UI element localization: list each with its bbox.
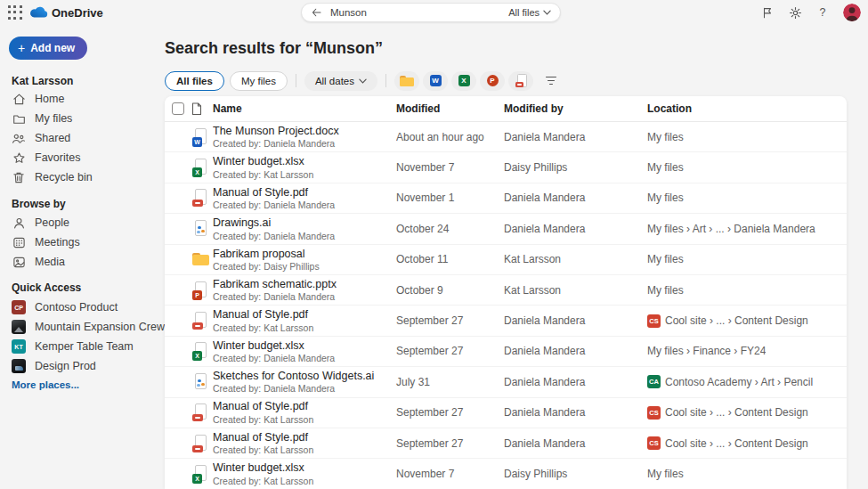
search-input[interactable]: Munson [330,7,508,18]
file-name[interactable]: Manual of Style.pdf [213,431,396,444]
table-row[interactable]: X Winter budget.xlsx Created by: Kat Lar… [165,459,847,489]
flag-icon[interactable] [760,5,775,20]
file-created-by: Created by: Daniela Mandera [213,200,396,210]
sidebar-item-home[interactable]: Home [0,89,165,109]
app-launcher-waffle-icon[interactable] [8,5,22,20]
table-row[interactable]: Fabrikam proposal Created by: Daisy Phil… [165,245,847,275]
quick-access-item-mountain-expansion-crew[interactable]: Mountain Expansion Crew [0,317,165,337]
location-text: My files [647,192,684,204]
table-row[interactable]: Manual of Style.pdf Created by: Daniela … [165,183,847,214]
pdf-filter-chip[interactable] [508,71,533,91]
sidebar-item-people[interactable]: People [0,213,165,232]
folder-filter-chip[interactable] [394,71,419,91]
excel-file-icon: X [191,464,211,484]
table-row[interactable]: Sketches for Contoso Widgets.ai Created … [165,367,847,397]
file-created-by: Created by: Daniela Mandera [213,353,396,363]
location-cell[interactable]: My files [647,468,840,480]
file-name[interactable]: Winter budget.xlsx [213,461,396,474]
file-name[interactable]: Winter budget.xlsx [213,339,396,352]
table-row[interactable]: X Winter budget.xlsx Created by: Daniela… [165,337,847,367]
all-dates-label: All dates [315,76,354,86]
back-arrow-icon[interactable] [311,7,322,18]
modified-cell: September 27 [396,345,504,357]
file-name[interactable]: The Munson Project.docx [213,125,396,137]
table-row[interactable]: X Winter budget.xlsx Created by: Kat Lar… [165,152,847,183]
column-header-location[interactable]: Location [647,102,840,115]
column-header-name[interactable]: Name [213,102,396,115]
file-name[interactable]: Manual of Style.pdf [213,308,396,321]
sidebar-item-my-files[interactable]: My files [0,109,165,128]
location-cell[interactable]: CA Contoso Academy › Art › Pencil [647,375,840,388]
modified-cell: September 27 [396,437,504,450]
filter-pill-my-files[interactable]: My files [230,71,288,91]
sidebar-user-name: Kat Larsson [12,75,73,87]
filter-pill-all-files[interactable]: All files [165,71,224,91]
file-created-by: Created by: Kat Larsson [213,169,396,180]
excel-filter-chip[interactable]: X [451,71,476,91]
divider [385,74,386,87]
location-cell[interactable]: CS Cool site › ... › Content Design [647,436,840,450]
sidebar-item-shared[interactable]: Shared [0,128,165,148]
file-created-by: Created by: Daniela Mandera [213,231,396,241]
location-cell[interactable]: My files [647,161,840,174]
sidebar-item-label: People [35,216,69,229]
location-cell[interactable]: CS Cool site › ... › Content Design [647,314,840,328]
file-type-column-icon[interactable] [191,102,213,116]
settings-gear-icon[interactable] [788,5,802,20]
modified-cell: September 27 [396,406,504,419]
help-icon[interactable]: ? [815,5,830,20]
file-name[interactable]: Manual of Style.pdf [213,186,396,199]
filter-funnel-icon[interactable] [544,74,558,88]
location-cell[interactable]: My files [647,131,840,143]
quick-access-item-contoso-product[interactable]: CPContoso Product [0,297,165,317]
folder-icon [12,111,26,126]
location-cell[interactable]: My files › Art › ... › Daniela Mandera [647,223,840,235]
table-row[interactable]: Manual of Style.pdf Created by: Kat Lars… [165,306,847,336]
file-created-by: Created by: Kat Larsson [213,322,396,333]
table-header-row: Name Modified Modified by Location [165,96,847,122]
quick-access-item-kemper-table-team[interactable]: KTKemper Table Team [0,337,165,356]
site-badge: CA [647,375,661,388]
table-row[interactable]: W The Munson Project.docx Created by: Da… [165,122,847,152]
location-text: My files › Art › ... › Daniela Mandera [647,223,815,235]
sidebar-item-recycle-bin[interactable]: Recycle bin [0,167,165,187]
file-name[interactable]: Drawings.ai [213,216,396,229]
site-photo-thumbnail [12,359,26,373]
primary-nav: HomeMy filesSharedFavoritesRecycle bin [0,89,165,187]
select-all-checkbox[interactable] [172,102,184,115]
location-cell[interactable]: My files [647,253,840,265]
file-name[interactable]: Manual of Style.pdf [213,400,396,412]
quick-access-item-design-prod[interactable]: Design Prod [0,356,165,376]
onedrive-cloud-icon [28,5,48,22]
table-row[interactable]: P Fabrikam schematic.pptx Created by: Da… [165,275,847,306]
table-row[interactable]: Manual of Style.pdf Created by: Kat Lars… [165,428,847,459]
table-row[interactable]: Manual of Style.pdf Created by: Kat Lars… [165,398,847,428]
column-header-modified-by[interactable]: Modified by [504,102,647,115]
location-cell[interactable]: My files [647,192,840,204]
location-text: My files › Finance › FY24 [647,345,766,357]
word-filter-chip[interactable]: W [423,71,448,91]
sidebar-item-favorites[interactable]: Favorites [0,148,165,167]
table-row[interactable]: Drawings.ai Created by: Daniela Mandera … [165,214,847,244]
column-header-modified[interactable]: Modified [396,102,504,115]
more-places-link[interactable]: More places... [12,379,79,390]
file-name[interactable]: Sketches for Contoso Widgets.ai [213,370,396,382]
location-cell[interactable]: CS Cool site › ... › Content Design [647,406,840,420]
file-name[interactable]: Fabrikam proposal [213,248,396,260]
search-bar[interactable]: Munson All files [301,3,561,22]
sidebar-item-meetings[interactable]: Meetings [0,232,165,252]
location-text: My files [647,284,684,297]
add-new-button[interactable]: + Add new [9,37,87,60]
filter-pill-all-dates[interactable]: All dates [304,71,377,91]
location-cell[interactable]: My files › Finance › FY24 [647,345,840,357]
star-icon [12,151,26,165]
user-avatar[interactable] [843,4,861,21]
excel-file-icon: X [191,341,211,361]
search-scope-dropdown[interactable]: All files [508,7,551,18]
file-name[interactable]: Winter budget.xlsx [213,155,396,167]
location-cell[interactable]: My files [647,284,840,297]
quick-access-item-label: Design Prod [35,360,96,372]
file-name[interactable]: Fabrikam schematic.pptx [213,278,396,290]
sidebar-item-media[interactable]: Media [0,252,165,272]
powerpoint-filter-chip[interactable]: P [480,71,505,91]
